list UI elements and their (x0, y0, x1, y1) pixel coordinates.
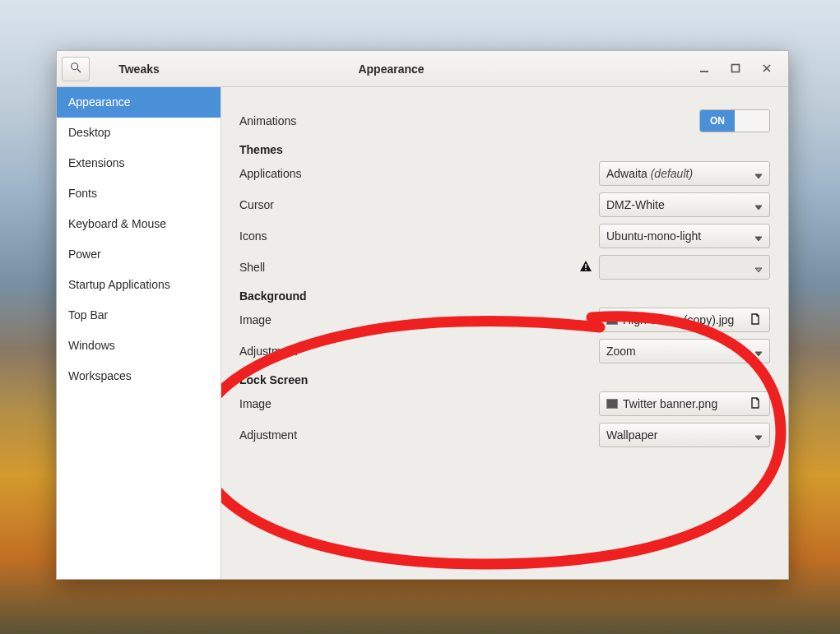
svg-marker-6 (755, 174, 762, 178)
icons-combo[interactable]: Ubuntu-mono-light (599, 224, 770, 248)
cursor-row: Cursor DMZ-White (239, 189, 770, 220)
maximize-icon (731, 62, 740, 76)
sidebar-item-label: Desktop (68, 126, 110, 139)
animations-row: Animations ON (239, 105, 770, 137)
image-thumbnail-icon (606, 399, 618, 409)
file-open-icon (750, 312, 763, 328)
file-text: Twitter banner.png (606, 397, 750, 410)
window-controls (693, 58, 788, 80)
combo-text: Adwaita (default) (606, 167, 754, 180)
lockscreen-image-row: Image Twitter banner.png (239, 388, 770, 419)
chevron-down-icon (754, 201, 763, 209)
cursor-label: Cursor (239, 198, 599, 211)
tweaks-window: Tweaks Appearance Appearance Desk (56, 50, 789, 580)
background-adjustment-label: Adjustment (239, 345, 599, 358)
content-pane: Animations ON Themes Applications Adwait… (221, 87, 788, 579)
window-body: Appearance Desktop Extensions Fonts Keyb… (57, 87, 788, 579)
combo-text: DMZ-White (606, 198, 754, 211)
sidebar: Appearance Desktop Extensions Fonts Keyb… (57, 87, 221, 579)
background-image-button[interactable]: High Sierra (copy).jpg (599, 308, 770, 332)
sidebar-item-desktop[interactable]: Desktop (57, 118, 220, 148)
close-button[interactable] (755, 58, 778, 80)
lockscreen-image-label: Image (239, 397, 599, 410)
chevron-down-icon (754, 347, 763, 355)
lockscreen-section-title: Lock Screen (239, 373, 770, 386)
file-open-icon (750, 396, 763, 412)
combo-text: Wallpaper (606, 428, 754, 442)
shell-label: Shell (239, 261, 579, 274)
close-icon (762, 62, 772, 76)
svg-marker-12 (755, 268, 762, 272)
applications-row: Applications Adwaita (default) (239, 158, 770, 189)
sidebar-item-extensions[interactable]: Extensions (57, 148, 220, 178)
svg-rect-3 (732, 64, 740, 72)
sidebar-item-label: Top Bar (68, 308, 108, 322)
sidebar-item-label: Extensions (68, 156, 124, 169)
background-image-label: Image (239, 313, 599, 326)
toggle-on-label: ON (700, 110, 735, 132)
background-section-title: Background (239, 289, 770, 303)
sidebar-item-startup-applications[interactable]: Startup Applications (57, 270, 220, 300)
lockscreen-image-button[interactable]: Twitter banner.png (599, 391, 770, 416)
svg-rect-10 (585, 264, 587, 268)
animations-toggle[interactable]: ON (699, 109, 770, 132)
sidebar-item-label: Keyboard & Mouse (68, 217, 166, 230)
background-adjustment-row: Adjustment Zoom (239, 336, 770, 367)
shell-combo (599, 255, 770, 280)
svg-marker-8 (755, 237, 762, 241)
combo-text: Zoom (606, 345, 754, 358)
file-text: High Sierra (copy).jpg (606, 313, 750, 326)
svg-point-0 (72, 63, 78, 70)
svg-rect-2 (700, 71, 708, 72)
warning-icon (579, 260, 592, 275)
toggle-off-half (735, 110, 769, 132)
lockscreen-adjustment-combo[interactable]: Wallpaper (599, 423, 770, 447)
sidebar-item-label: Workspaces (68, 369, 132, 382)
chevron-down-icon (754, 169, 763, 178)
search-icon (69, 61, 82, 76)
lockscreen-adjustment-row: Adjustment Wallpaper (239, 419, 770, 451)
sidebar-item-fonts[interactable]: Fonts (57, 178, 220, 209)
sidebar-item-windows[interactable]: Windows (57, 331, 220, 361)
sidebar-item-label: Power (68, 248, 101, 261)
search-button[interactable] (62, 57, 90, 81)
applications-combo[interactable]: Adwaita (default) (599, 161, 770, 186)
svg-marker-7 (755, 206, 762, 210)
svg-marker-14 (755, 436, 762, 440)
header-title: Appearance (90, 62, 693, 76)
animations-label: Animations (239, 114, 699, 127)
chevron-down-icon (754, 263, 763, 271)
background-image-row: Image High Sierra (copy).jpg (239, 304, 770, 336)
cursor-combo[interactable]: DMZ-White (599, 192, 770, 217)
maximize-button[interactable] (724, 58, 747, 80)
lockscreen-adjustment-label: Adjustment (239, 428, 599, 442)
applications-label: Applications (239, 167, 599, 180)
sidebar-item-appearance[interactable]: Appearance (57, 87, 220, 118)
combo-text: Ubuntu-mono-light (606, 229, 754, 243)
sidebar-item-label: Startup Applications (68, 278, 170, 291)
image-thumbnail-icon (606, 315, 618, 325)
sidebar-item-workspaces[interactable]: Workspaces (57, 361, 220, 391)
icons-label: Icons (239, 229, 599, 243)
svg-line-1 (77, 69, 81, 72)
sidebar-item-power[interactable]: Power (57, 239, 220, 270)
background-adjustment-combo[interactable]: Zoom (599, 339, 770, 363)
titlebar: Tweaks Appearance (57, 51, 788, 87)
themes-section-title: Themes (239, 143, 770, 156)
svg-rect-11 (585, 269, 587, 271)
minimize-icon (699, 62, 709, 76)
sidebar-item-top-bar[interactable]: Top Bar (57, 300, 220, 331)
svg-marker-13 (755, 352, 762, 356)
sidebar-item-label: Windows (68, 339, 115, 352)
minimize-button[interactable] (693, 58, 716, 80)
sidebar-item-label: Appearance (68, 95, 131, 109)
icons-row: Icons Ubuntu-mono-light (239, 220, 770, 252)
chevron-down-icon (754, 431, 763, 439)
sidebar-item-label: Fonts (68, 187, 97, 200)
shell-row: Shell (239, 252, 770, 283)
sidebar-item-keyboard-mouse[interactable]: Keyboard & Mouse (57, 209, 220, 239)
chevron-down-icon (754, 232, 763, 240)
